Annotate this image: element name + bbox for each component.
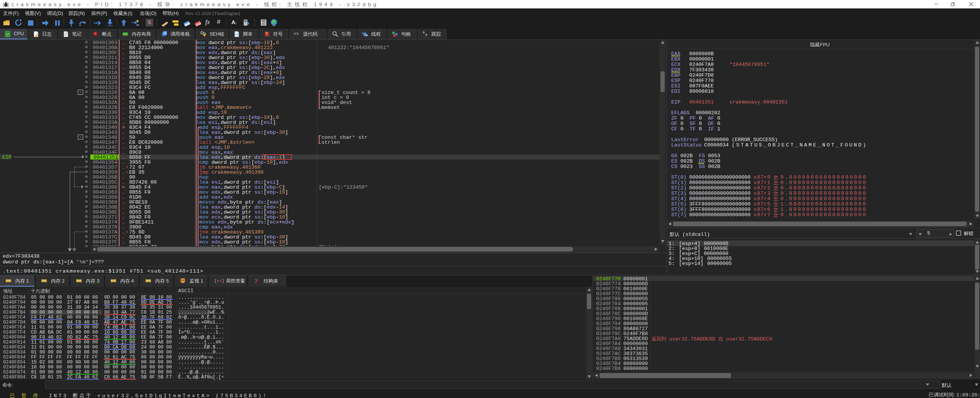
svg-text:32: 32 (6, 33, 9, 36)
svg-text:<>: <> (235, 33, 239, 36)
svg-text:!: ! (204, 34, 205, 37)
